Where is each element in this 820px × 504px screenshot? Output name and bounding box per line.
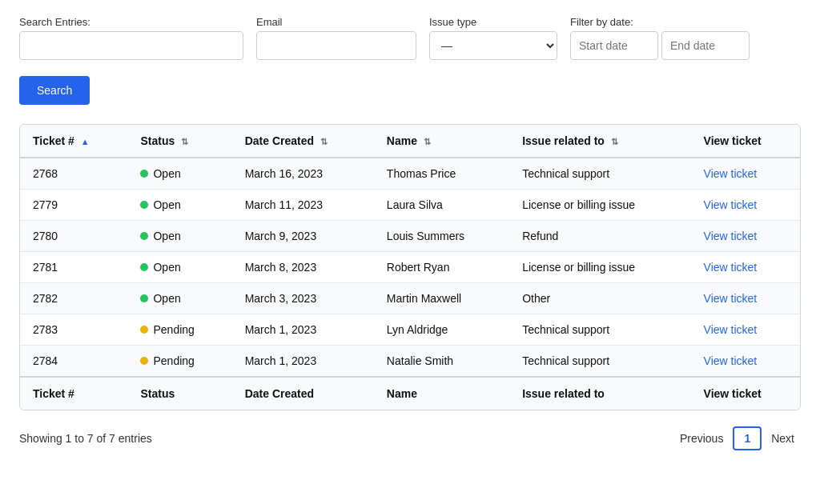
status-text: Open (153, 230, 180, 242)
view-ticket-link[interactable]: View ticket (704, 261, 758, 274)
cell-issue: Technical support (509, 346, 690, 378)
footer-ticket: Ticket # (20, 377, 127, 410)
cell-name: Louis Summers (374, 221, 509, 252)
sort-icon-name: ⇅ (424, 137, 431, 147)
cell-name: Natalie Smith (374, 346, 509, 378)
footer-status: Status (127, 377, 231, 410)
view-ticket-link[interactable]: View ticket (704, 230, 758, 242)
status-dot (140, 170, 148, 178)
view-ticket-link[interactable]: View ticket (704, 198, 758, 211)
cell-view: View ticket (691, 283, 800, 314)
cell-ticket: 2784 (20, 346, 127, 378)
cell-status: Open (127, 158, 231, 190)
table-row: 2779 Open March 11, 2023 Laura Silva Lic… (20, 190, 800, 221)
view-ticket-link[interactable]: View ticket (704, 167, 758, 180)
table-footer-row: Ticket # Status Date Created Name Issue … (20, 377, 800, 410)
sort-icon-status: ⇅ (181, 137, 188, 147)
entries-label: Search Entries: (19, 16, 243, 28)
cell-status: Open (127, 252, 231, 283)
search-entries-input[interactable] (19, 31, 243, 60)
cell-ticket: 2779 (20, 190, 127, 221)
next-button[interactable]: Next (765, 428, 801, 449)
start-date-input[interactable] (570, 31, 658, 60)
col-header-status[interactable]: Status ⇅ (127, 125, 231, 158)
status-text: Open (153, 261, 180, 274)
cell-date: March 9, 2023 (232, 221, 374, 252)
cell-view: View ticket (691, 346, 800, 378)
cell-date: March 1, 2023 (232, 314, 374, 346)
cell-status: Pending (127, 314, 231, 346)
filter-date-label: Filter by date: (570, 16, 750, 28)
footer-view: View ticket (691, 377, 800, 410)
cell-issue: License or billing issue (509, 252, 690, 283)
search-button-row: Search (19, 76, 801, 105)
page-1-button[interactable]: 1 (733, 426, 762, 450)
table-row: 2784 Pending March 1, 2023 Natalie Smith… (20, 346, 800, 378)
cell-view: View ticket (691, 190, 800, 221)
cell-status: Pending (127, 346, 231, 378)
table-body: 2768 Open March 16, 2023 Thomas Price Te… (20, 158, 800, 377)
cell-date: March 1, 2023 (232, 346, 374, 378)
col-header-name[interactable]: Name ⇅ (374, 125, 509, 158)
cell-name: Laura Silva (374, 190, 509, 221)
date-filter-group: Filter by date: (570, 16, 750, 60)
issue-field-group: Issue type — Technical support License o… (429, 16, 557, 60)
cell-ticket: 2782 (20, 283, 127, 314)
footer-date: Date Created (232, 377, 374, 410)
email-label: Email (256, 16, 416, 28)
previous-button[interactable]: Previous (673, 428, 730, 449)
cell-ticket: 2783 (20, 314, 127, 346)
view-ticket-link[interactable]: View ticket (704, 354, 758, 367)
table-row: 2781 Open March 8, 2023 Robert Ryan Lice… (20, 252, 800, 283)
cell-issue: Technical support (509, 314, 690, 346)
cell-status: Open (127, 283, 231, 314)
cell-name: Lyn Aldridge (374, 314, 509, 346)
status-text: Open (153, 292, 180, 305)
cell-view: View ticket (691, 314, 800, 346)
footer-issue: Issue related to (509, 377, 690, 410)
cell-status: Open (127, 190, 231, 221)
status-text: Pending (153, 323, 194, 336)
status-dot (140, 357, 148, 365)
table-row: 2783 Pending March 1, 2023 Lyn Aldridge … (20, 314, 800, 346)
status-text: Open (153, 167, 180, 180)
cell-issue: Technical support (509, 158, 690, 190)
cell-ticket: 2780 (20, 221, 127, 252)
sort-icon-issue: ⇅ (611, 137, 618, 147)
cell-issue: License or billing issue (509, 190, 690, 221)
col-header-view: View ticket (691, 125, 800, 158)
issue-type-select[interactable]: — Technical support License or billing i… (429, 31, 557, 60)
cell-issue: Refund (509, 221, 690, 252)
search-section: Search Entries: Email Issue type — Techn… (19, 16, 801, 60)
cell-date: March 16, 2023 (232, 158, 374, 190)
email-input[interactable] (256, 31, 416, 60)
cell-date: March 3, 2023 (232, 283, 374, 314)
status-dot (140, 232, 148, 240)
sort-icon-ticket: ▲ (81, 137, 90, 146)
cell-name: Martin Maxwell (374, 283, 509, 314)
tickets-table-container: Ticket # ▲ Status ⇅ Date Created ⇅ Name … (19, 124, 801, 410)
end-date-input[interactable] (661, 31, 750, 60)
footer-name: Name (374, 377, 509, 410)
table-row: 2780 Open March 9, 2023 Louis Summers Re… (20, 221, 800, 252)
cell-name: Robert Ryan (374, 252, 509, 283)
email-field-group: Email (256, 16, 416, 60)
pagination-controls: Previous 1 Next (673, 426, 801, 450)
view-ticket-link[interactable]: View ticket (704, 323, 758, 336)
status-text: Pending (153, 354, 194, 367)
status-dot (140, 263, 148, 271)
entries-field-group: Search Entries: (19, 16, 243, 60)
col-header-issue[interactable]: Issue related to ⇅ (509, 125, 690, 158)
cell-ticket: 2768 (20, 158, 127, 190)
cell-date: March 8, 2023 (232, 252, 374, 283)
view-ticket-link[interactable]: View ticket (704, 292, 758, 305)
sort-icon-date: ⇅ (320, 137, 328, 147)
cell-date: March 11, 2023 (232, 190, 374, 221)
cell-ticket: 2781 (20, 252, 127, 283)
col-header-ticket[interactable]: Ticket # ▲ (20, 125, 127, 158)
col-header-date[interactable]: Date Created ⇅ (232, 125, 374, 158)
table-header-row: Ticket # ▲ Status ⇅ Date Created ⇅ Name … (20, 125, 800, 158)
search-button[interactable]: Search (19, 76, 90, 105)
issue-label: Issue type (429, 16, 557, 28)
pagination-row: Showing 1 to 7 of 7 entries Previous 1 N… (19, 423, 801, 454)
